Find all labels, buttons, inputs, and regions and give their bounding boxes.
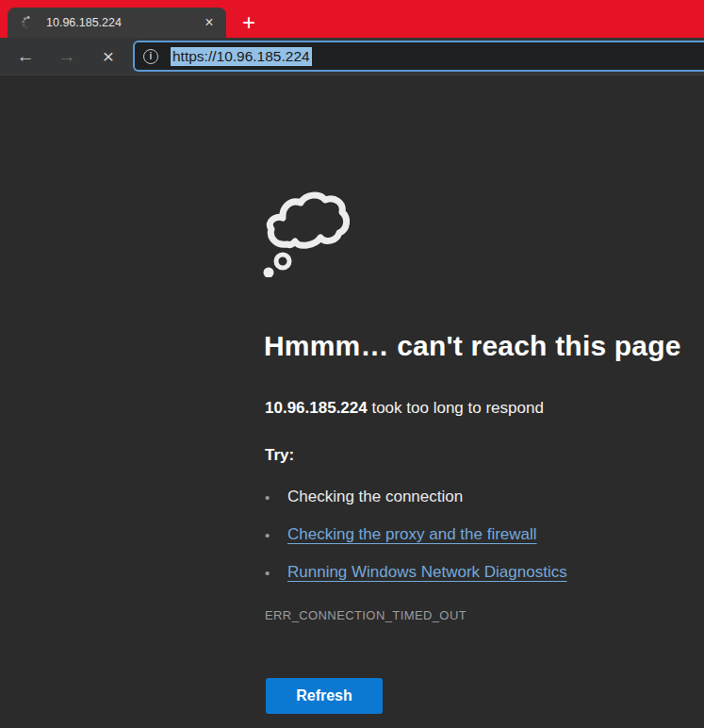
list-item: • Checking the connection [265, 478, 567, 516]
tab-title: 10.96.185.224 [46, 16, 200, 29]
error-subtitle-text: took too long to respond [368, 399, 544, 417]
stop-button[interactable]: × [95, 41, 122, 70]
bullet-icon: • [265, 566, 272, 580]
list-item: • Running Windows Network Diagnostics [265, 554, 567, 591]
address-bar[interactable]: i https://10.96.185.224 [133, 41, 704, 72]
bullet-icon: • [265, 490, 272, 505]
error-page: Hmmm… can't reach this page 10.96.185.22… [0, 75, 704, 728]
suggestion-list: • Checking the connection • Checking the… [265, 478, 567, 591]
new-tab-button[interactable]: + [235, 8, 263, 37]
bullet-icon: • [265, 528, 272, 542]
forward-button[interactable]: → [54, 41, 80, 70]
site-info-icon[interactable]: i [143, 49, 158, 64]
url-input[interactable]: https://10.96.185.224 [171, 47, 312, 66]
browser-tab[interactable]: 10.96.185.224 × [8, 8, 226, 38]
suggestion-check-connection: Checking the connection [287, 488, 463, 506]
try-label: Try: [265, 446, 294, 465]
network-diagnostics-link[interactable]: Running Windows Network Diagnostics [287, 563, 567, 582]
tab-close-icon[interactable]: × [200, 13, 219, 32]
page-title: Hmmm… can't reach this page [264, 330, 681, 362]
error-code: ERR_CONNECTION_TIMED_OUT [265, 608, 467, 622]
error-subtitle: 10.96.185.224 took too long to respond [265, 397, 544, 420]
error-host: 10.96.185.224 [265, 399, 368, 417]
proxy-firewall-link[interactable]: Checking the proxy and the firewall [287, 525, 537, 544]
list-item: • Checking the proxy and the firewall [265, 516, 567, 554]
tab-strip: 10.96.185.224 × + [0, 0, 704, 38]
refresh-button[interactable]: Refresh [266, 678, 383, 714]
browser-toolbar: ← → × i https://10.96.185.224 [0, 38, 704, 75]
loading-spinner-icon [21, 15, 36, 30]
back-button[interactable]: ← [12, 41, 39, 70]
thought-bubble-icon [263, 190, 350, 277]
